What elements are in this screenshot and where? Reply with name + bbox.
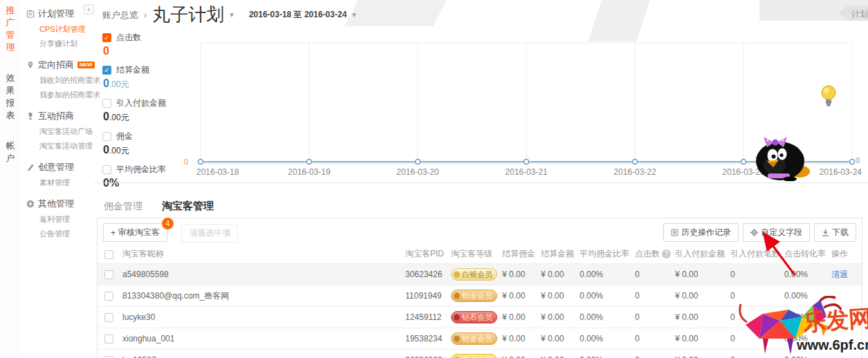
cell-amount: ¥ 0.00: [539, 307, 578, 328]
metric-label: 平均佣金比率: [116, 164, 166, 176]
tab-taoke-management[interactable]: 淘宝客管理: [162, 200, 214, 213]
page-header: 账户总览 › 丸子计划 ▾ 2016-03-18 至 2016-03-24 ▾: [102, 3, 356, 27]
y-axis-right-label: 0: [856, 156, 860, 164]
sidebar-item-cps-plan[interactable]: CPS计划管理: [21, 22, 95, 37]
y-axis-left-label: 0: [184, 158, 188, 166]
sidebar-group-title-creative[interactable]: 创意管理: [21, 159, 95, 176]
clear-selected-button[interactable]: 清退选中项: [181, 224, 238, 243]
question-mark-icon[interactable]: ?: [662, 249, 671, 258]
metric-checkbox-row[interactable]: 平均佣金比率: [102, 164, 189, 176]
tab-commission-management[interactable]: 佣金管理: [104, 200, 142, 213]
sidebar-item-taoke-activity-plaza[interactable]: 淘宝客活动广场: [21, 124, 95, 139]
audit-taoke-button[interactable]: + 审核淘宝客 4: [103, 223, 167, 242]
gear-icon: [750, 229, 758, 236]
date-range-selector[interactable]: 2016-03-18 至 2016-03-24: [249, 9, 347, 21]
checkbox-pay-amount[interactable]: [102, 99, 111, 108]
sidebar-item-material-management[interactable]: 素材管理: [21, 176, 95, 190]
cell-name: lucyke30: [121, 307, 404, 328]
row-checkbox[interactable]: [104, 292, 113, 301]
table-toolbar: + 审核淘宝客 4 清退选中项 历史操作记录 自定义字段 下载: [98, 218, 862, 245]
plan-info-button[interactable]: 计划信息: [839, 6, 868, 21]
x-axis-tick: 2016-03-20: [389, 167, 447, 177]
col-header-amount[interactable]: 结算金额: [539, 245, 578, 264]
metric-value-big: 0: [103, 45, 109, 57]
x-axis-tick: 2016-03-18: [196, 167, 255, 177]
col-header-level[interactable]: 淘宝客等级: [450, 245, 501, 264]
col-header-pid[interactable]: 淘宝客PID: [404, 245, 450, 264]
table-row[interactable]: 813304380@qq.com_撸客网 11091949 铂金会员 ¥ 0.0…: [98, 285, 862, 307]
expel-link[interactable]: 清退: [831, 270, 848, 279]
clicks-header-label: 点击数: [635, 249, 660, 258]
sidebar-item-rebate-management[interactable]: 返利管理: [21, 212, 95, 227]
metric-value-big: 0: [103, 144, 109, 156]
checkbox-settle-amount[interactable]: [102, 66, 111, 75]
col-header-commission[interactable]: 结算佣金: [501, 245, 539, 264]
col-header-avg-rate[interactable]: 平均佣金比率: [578, 245, 634, 264]
metric-checkbox-row[interactable]: 佣金: [102, 131, 189, 142]
checkbox-avg-rate[interactable]: [102, 165, 111, 174]
cell-level: 铂金会员: [450, 285, 501, 307]
taoke-table: 淘宝客昵称 淘宝客PID 淘宝客等级 结算佣金 结算金额 平均佣金比率 点击数?…: [98, 245, 862, 358]
download-button[interactable]: 下载: [814, 223, 856, 242]
title-caret-down-icon[interactable]: ▾: [230, 10, 234, 19]
metric-value: 0: [103, 45, 189, 57]
sidebar-item-received-requests[interactable]: 我收到的招商需求: [21, 73, 95, 88]
table-row[interactable]: a549805598 30623426 白银会员 ¥ 0.00 ¥ 0.00 0…: [98, 264, 862, 285]
date-caret-down-icon[interactable]: ▾: [352, 10, 356, 19]
sidebar-group-other-management: 其他管理 返利管理 公告管理: [21, 196, 95, 241]
cell-pid: 19538234: [404, 328, 450, 350]
table-row[interactable]: lxq13507 96036060 黄金会员 ¥ 0.00 ¥ 0.00 0.0…: [98, 350, 862, 358]
rail-item-account[interactable]: 帐户: [6, 140, 16, 164]
cell-level: 白银会员: [450, 264, 501, 285]
level-badge: 铂金会员: [451, 332, 497, 345]
level-badge: 铂金会员: [451, 290, 497, 302]
new-badge: NEW: [77, 62, 95, 68]
sidebar-group-label: 创意管理: [38, 161, 74, 173]
sidebar-item-taoke-activity-management[interactable]: 淘宝客活动管理: [21, 139, 95, 153]
row-checkbox[interactable]: [104, 270, 113, 279]
cell-avg-rate: 0.00%: [578, 307, 634, 328]
metric-checkbox-row[interactable]: 结算金额: [102, 64, 189, 76]
sidebar-collapse-button[interactable]: ‹: [84, 4, 94, 15]
rail-item-effect-reports[interactable]: 效果报表: [6, 72, 16, 122]
cell-pay-count: 0: [729, 328, 783, 350]
sidebar-item-share-earn-plan[interactable]: 分享赚计划: [21, 37, 95, 51]
page-title[interactable]: 丸子计划: [152, 3, 224, 27]
metric-checkbox-row[interactable]: 引入付款金额: [102, 97, 189, 109]
col-header-clicks[interactable]: 点击数?: [634, 245, 674, 264]
left-rail: 推广管理 效果报表 帐户: [0, 0, 21, 358]
breadcrumb[interactable]: 账户总览: [102, 9, 138, 21]
sidebar-group-title-interactive[interactable]: 互动招商: [21, 108, 95, 124]
sidebar-item-joined-requests[interactable]: 我参加的招商需求: [21, 88, 95, 102]
select-all-checkbox[interactable]: [104, 250, 113, 259]
cell-name: a549805598: [121, 264, 404, 285]
cell-clicks: 0: [634, 328, 674, 350]
row-checkbox[interactable]: [104, 335, 113, 343]
metric-value: 0.00元: [103, 77, 189, 91]
sidebar-group-title-targeted[interactable]: 定向招商 NEW: [21, 57, 95, 73]
sidebar-item-announcement-management[interactable]: 公告管理: [21, 227, 95, 241]
col-header-pay-amount[interactable]: 引入付款金额: [674, 245, 729, 264]
sidebar-group-creative-management: 创意管理 素材管理: [21, 159, 95, 190]
x-axis-tick: 2016-03-21: [497, 167, 555, 177]
breadcrumb-separator: ›: [144, 10, 147, 20]
metric-avg-commission-rate: 平均佣金比率 0%: [102, 164, 189, 189]
level-badge: 黄金会员: [451, 354, 497, 358]
table-row[interactable]: xionghua_001 19538234 铂金会员 ¥ 0.00 ¥ 0.00…: [98, 328, 862, 350]
checkbox-clicks[interactable]: [102, 33, 111, 42]
chart-canvas: [194, 30, 862, 181]
cell-avg-rate: 0.00%: [578, 285, 634, 307]
row-checkbox[interactable]: [104, 313, 113, 322]
col-header-pay-count[interactable]: 引入付款笔数: [729, 245, 783, 264]
col-header-cvr[interactable]: 点击转化率: [783, 245, 830, 264]
metric-checkbox-row[interactable]: 点击数: [102, 32, 189, 44]
history-log-button[interactable]: 历史操作记录: [663, 223, 739, 242]
rail-item-promotion-management[interactable]: 推广管理: [6, 4, 16, 54]
custom-fields-button[interactable]: 自定义字段: [743, 223, 810, 242]
history-list-icon: [671, 229, 678, 236]
col-header-name[interactable]: 淘宝客昵称: [121, 245, 404, 264]
cell-pay-amount: ¥ 0.00: [674, 307, 729, 328]
sidebar-group-title-other[interactable]: 其他管理: [21, 196, 95, 212]
checkbox-commission[interactable]: [102, 132, 111, 141]
table-row[interactable]: lucyke30 12459112 钻石会员 ¥ 0.00 ¥ 0.00 0.0…: [98, 307, 862, 328]
